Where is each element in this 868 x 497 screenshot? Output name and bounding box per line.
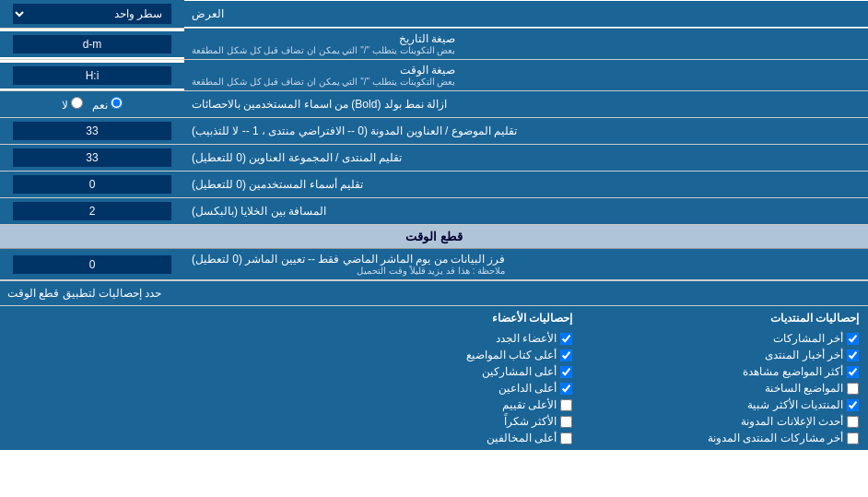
checkboxes-area: إحصاليات المنتديات أخر المشاركات أخر أخب… [0, 306, 868, 450]
cb-latest-announcements-input[interactable] [847, 416, 859, 428]
cb-most-thanks-input[interactable] [560, 416, 572, 428]
display-label: العرض [184, 1, 868, 27]
forum-trim-row: تقليم المنتدى / المجموعة العناوين (0 للت… [0, 145, 868, 172]
cb-most-thanks: الأكثر شكراً [296, 415, 573, 428]
user-trim-label: تقليم أسماء المستخدمين (0 للتعطيل) [184, 172, 868, 197]
time-format-label: صيغة الوقت بعض التكوينات يتطلب "/" التي … [184, 60, 868, 90]
section-header: قطع الوقت [0, 225, 868, 249]
cell-spacing-label: المسافة بين الخلايا (بالبكسل) [184, 198, 868, 224]
topic-trim-input[interactable] [0, 118, 184, 144]
cb-top-rated-input[interactable] [560, 399, 572, 411]
cb-forum-last-posts: أخر مشاركات المنتدى المدونة [581, 432, 859, 444]
member-stats-col: إحصاليات الأعضاء الأعضاء الجدد أعلى كتاب… [296, 312, 573, 444]
time-cutoff-input[interactable] [0, 249, 184, 279]
user-trim-row: تقليم أسماء المستخدمين (0 للتعطيل) [0, 172, 868, 198]
time-format-field[interactable] [13, 66, 172, 85]
cb-hot-topics: المواضيع الساخنة [581, 382, 859, 395]
cb-hot-topics-input[interactable] [847, 383, 859, 395]
cb-latest-announcements: أحدث الإعلانات المدونة [581, 415, 859, 428]
cb-top-violators-input[interactable] [560, 432, 572, 444]
time-cutoff-field[interactable] [13, 255, 172, 274]
remove-bold-row: ازالة نمط بولد (Bold) من اسماء المستخدمي… [0, 91, 868, 118]
radio-yes[interactable] [111, 97, 123, 109]
cb-similar-forums: المنتديات الأكثر شبية [581, 398, 859, 411]
time-cutoff-label: فرز البيانات من يوم الماشر الماضي فقط --… [184, 249, 868, 279]
forum-stats-title: إحصاليات المنتديات [581, 312, 859, 325]
cb-top-participants: أعلى المشاركين [296, 365, 573, 378]
cell-spacing-input[interactable] [0, 198, 184, 224]
radio-no-label: لا [62, 97, 83, 112]
cb-forum-news-input[interactable] [847, 349, 859, 361]
date-format-row: صيغة التاريخ بعض التكوينات يتطلب "/" الت… [0, 29, 868, 60]
display-select[interactable]: سطر واحد سطران ثلاثة أسطر [13, 4, 172, 24]
cb-top-inviters: أعلى الداعين [296, 382, 573, 395]
cell-spacing-field[interactable] [13, 202, 172, 220]
cb-new-members: الأعضاء الجدد [296, 332, 573, 345]
cb-top-inviters-input[interactable] [560, 383, 572, 395]
topic-trim-field[interactable] [13, 122, 172, 140]
cb-similar-forums-input[interactable] [847, 399, 859, 411]
remove-bold-radios: نعم لا [62, 97, 123, 112]
time-format-input[interactable] [0, 63, 184, 89]
cb-forum-news: أخر أخبار المنتدى [581, 349, 859, 361]
date-format-input[interactable]: d-m [0, 31, 184, 57]
cb-forum-last-posts-input[interactable] [847, 432, 859, 444]
remove-bold-input: نعم لا [0, 91, 184, 117]
topic-trim-label: تقليم الموضوع / العناوين المدونة (0 -- ا… [184, 118, 868, 144]
cb-top-writers-input[interactable] [560, 349, 572, 361]
stats-limit-row: حدد إحصاليات لتطبيق قطع الوقت [0, 280, 868, 306]
right-spacer-col [9, 312, 287, 444]
radio-no[interactable] [71, 97, 83, 109]
cb-new-members-input[interactable] [560, 333, 572, 345]
user-trim-field[interactable] [13, 175, 172, 194]
forum-trim-label: تقليم المنتدى / المجموعة العناوين (0 للت… [184, 145, 868, 171]
cb-top-violators: أعلى المخالفين [296, 432, 573, 444]
time-format-row: صيغة الوقت بعض التكوينات يتطلب "/" التي … [0, 60, 868, 91]
topic-trim-row: تقليم الموضوع / العناوين المدونة (0 -- ا… [0, 118, 868, 145]
user-trim-input[interactable] [0, 172, 184, 197]
cb-top-participants-input[interactable] [560, 366, 572, 378]
date-format-label: صيغة التاريخ بعض التكوينات يتطلب "/" الت… [184, 29, 868, 59]
main-container: العرض سطر واحد سطران ثلاثة أسطر صيغة الت… [0, 0, 868, 450]
cb-recent-posts-input[interactable] [847, 333, 859, 345]
radio-yes-label: نعم [92, 97, 123, 112]
display-row: العرض سطر واحد سطران ثلاثة أسطر [0, 0, 868, 29]
forum-trim-field[interactable] [13, 148, 172, 167]
remove-bold-label: ازالة نمط بولد (Bold) من اسماء المستخدمي… [184, 91, 868, 117]
date-format-field[interactable]: d-m [13, 35, 172, 53]
display-input[interactable]: سطر واحد سطران ثلاثة أسطر [0, 0, 184, 28]
forum-stats-col: إحصاليات المنتديات أخر المشاركات أخر أخب… [581, 312, 859, 444]
time-cutoff-row: فرز البيانات من يوم الماشر الماضي فقط --… [0, 249, 868, 280]
cb-top-writers: أعلى كتاب المواضيع [296, 349, 573, 361]
cb-most-viewed-input[interactable] [847, 366, 859, 378]
cell-spacing-row: المسافة بين الخلايا (بالبكسل) [0, 198, 868, 225]
cb-top-rated: الأعلى تقييم [296, 398, 573, 411]
stats-limit-label: حدد إحصاليات لتطبيق قطع الوقت [0, 281, 868, 305]
cb-most-viewed: أكثر المواضيع مشاهدة [581, 365, 859, 378]
member-stats-title: إحصاليات الأعضاء [296, 312, 573, 325]
cb-recent-posts: أخر المشاركات [581, 332, 859, 345]
forum-trim-input[interactable] [0, 145, 184, 171]
